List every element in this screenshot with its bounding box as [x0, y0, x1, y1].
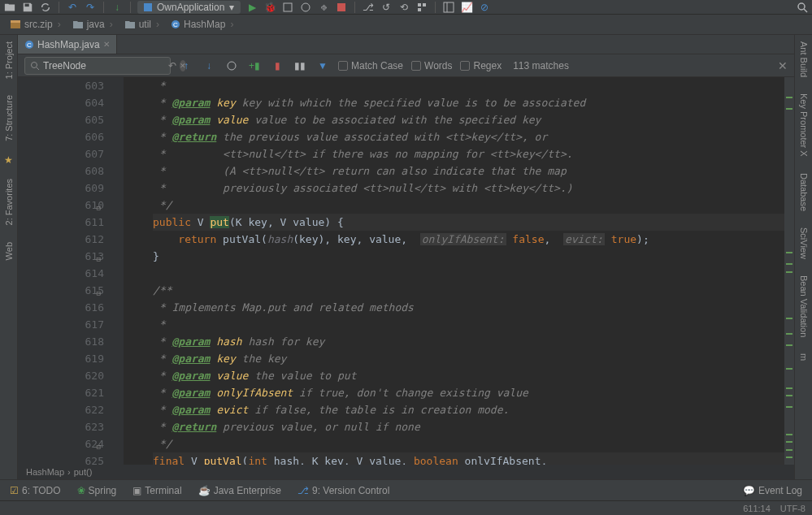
error-stripe-mark[interactable] — [786, 318, 792, 319]
layout-icon[interactable] — [442, 1, 455, 14]
code-line-603[interactable]: * — [153, 77, 784, 94]
right-rail-m[interactable]: m — [797, 350, 810, 364]
gutter-line[interactable]: 613⊟ — [18, 248, 104, 265]
code-line-610[interactable]: */ — [153, 197, 784, 214]
gutter-line[interactable]: 623 — [18, 418, 104, 435]
add-selection-icon[interactable]: +▮ — [247, 58, 262, 73]
code-line-604[interactable]: * @param key key with which the specifie… — [153, 94, 784, 111]
error-stripe-mark[interactable] — [786, 449, 792, 451]
search-everywhere-icon[interactable] — [796, 1, 809, 14]
vcs-revert-icon[interactable]: ⟲ — [397, 1, 410, 14]
crumb-src-zip[interactable]: src.zip› — [5, 17, 66, 32]
gutter-line[interactable]: 618 — [18, 333, 104, 350]
select-all-occurrences-icon[interactable]: ▮▮ — [293, 58, 307, 73]
left-rail-2-favorites[interactable]: 2: Favorites — [2, 175, 15, 228]
crumb-java[interactable]: java› — [67, 17, 118, 32]
terminal-tool[interactable]: ▣Terminal — [129, 483, 185, 498]
save-icon[interactable] — [21, 1, 34, 14]
gutter-line[interactable]: 625 — [18, 452, 104, 465]
right-rail-key-promoter-x[interactable]: Key Promoter X — [797, 90, 810, 160]
crumb-util[interactable]: util› — [119, 17, 164, 32]
coverage-icon[interactable] — [281, 1, 294, 14]
spring-tool[interactable]: ❀Spring — [74, 483, 120, 498]
error-stripe-mark[interactable] — [786, 387, 792, 389]
search-input[interactable] — [43, 60, 165, 71]
error-stripe-mark[interactable] — [786, 252, 792, 253]
bc-method[interactable]: put() — [74, 467, 93, 477]
gutter-line[interactable]: 617 — [18, 316, 104, 333]
sync-icon[interactable] — [39, 1, 52, 14]
code-line-611[interactable]: public V put(K key, V value) { — [153, 214, 784, 231]
tab-hashmap[interactable]: C HashMap.java ✕ — [18, 35, 117, 54]
words-checkbox[interactable]: Words — [411, 60, 452, 71]
gutter-line[interactable]: 624⊟ — [18, 435, 104, 452]
code-line-612[interactable]: return putVal(hash(key), key, value, onl… — [153, 231, 784, 248]
code-line-618[interactable]: * @param hash hash for key — [153, 333, 784, 350]
gutter-line[interactable]: 622 — [18, 401, 104, 418]
code-line-617[interactable]: * — [153, 316, 784, 333]
code-line-614[interactable] — [153, 265, 784, 282]
gutter-line[interactable]: 620 — [18, 367, 104, 384]
stop-icon[interactable] — [335, 1, 348, 14]
gutter-line[interactable]: 603 — [18, 77, 104, 94]
code-line-620[interactable]: * @param value the value to put — [153, 367, 784, 384]
error-stripe-mark[interactable] — [786, 441, 792, 443]
attach-icon[interactable]: ⎆ — [317, 1, 330, 14]
vcs-tool[interactable]: ⎇9: Version Control — [294, 483, 393, 498]
left-rail-web[interactable]: Web — [2, 239, 15, 263]
gutter-line[interactable]: 614 — [18, 265, 104, 282]
undo-icon[interactable]: ↶ — [66, 1, 79, 14]
gutter-line[interactable]: 621 — [18, 384, 104, 401]
encoding[interactable]: UTF-8 — [780, 504, 805, 513]
code-line-615[interactable]: /** — [153, 282, 784, 299]
power-save-icon[interactable]: ⊘ — [478, 1, 491, 14]
crumb-hashmap[interactable]: CHashMap› — [166, 17, 238, 32]
gutter-line[interactable]: 607 — [18, 145, 104, 162]
gutter-line[interactable]: 610⊟💡 — [18, 197, 104, 214]
error-stripe-mark[interactable] — [786, 457, 792, 458]
code-line-621[interactable]: * @param onlyIfAbsent if true, don't cha… — [153, 384, 784, 401]
gutter-line[interactable]: 616 — [18, 299, 104, 316]
code-line-622[interactable]: * @param evict if false, the table is in… — [153, 401, 784, 418]
code-line-625[interactable]: final V putVal(int hash, K key, V value,… — [153, 452, 784, 465]
prev-match-icon[interactable]: ↑ — [179, 58, 193, 73]
left-rail-1-project[interactable]: 1: Project — [2, 38, 15, 82]
bc-class[interactable]: HashMap — [26, 467, 64, 477]
structure-icon[interactable] — [415, 1, 428, 14]
debug-icon[interactable]: 🐞 — [263, 1, 276, 14]
vcs-history-icon[interactable]: ↺ — [380, 1, 393, 14]
code-area[interactable]: * * @param key key with which the specif… — [124, 77, 784, 465]
right-rail-bean-validation[interactable]: Bean Validation — [797, 272, 810, 340]
gutter-line[interactable]: 619 — [18, 350, 104, 367]
left-rail-7-structure[interactable]: 7: Structure — [2, 92, 15, 145]
code-line-608[interactable]: * (A <tt>null</tt> return can also indic… — [153, 162, 784, 180]
right-rail-ant-build[interactable]: Ant Build — [797, 38, 810, 80]
code-line-616[interactable]: * Implements Map.put and related methods — [153, 299, 784, 316]
code-line-623[interactable]: * @return previous value, or null if non… — [153, 418, 784, 435]
gutter-line[interactable]: 605 — [18, 111, 104, 128]
vcs-update-icon[interactable]: ↓ — [111, 1, 124, 14]
gutter-line[interactable]: 612 — [18, 231, 104, 248]
remove-selection-icon[interactable]: ▮ — [270, 58, 284, 73]
code-line-619[interactable]: * @param key the key — [153, 350, 784, 367]
run-configuration-selector[interactable]: OwnApplication ▾ — [137, 1, 241, 14]
gutter-line[interactable]: 604 — [18, 94, 104, 111]
error-stripe-mark[interactable] — [786, 263, 792, 265]
code-line-613[interactable]: } — [153, 248, 784, 265]
java-ee-tool[interactable]: ☕Java Enterprise — [195, 483, 284, 498]
profile-icon[interactable] — [299, 1, 312, 14]
code-line-605[interactable]: * @param value value to be associated wi… — [153, 111, 784, 128]
right-rail-sciview[interactable]: SciView — [797, 224, 810, 262]
regex-checkbox[interactable]: Regex — [460, 60, 502, 71]
error-stripe[interactable] — [784, 77, 794, 465]
next-match-icon[interactable]: ↓ — [202, 58, 216, 73]
gutter-line[interactable]: 609 — [18, 180, 104, 197]
filter-icon[interactable]: ▼ — [315, 58, 330, 73]
code-line-606[interactable]: * @return the previous value associated … — [153, 128, 784, 145]
code-line-607[interactable]: * <tt>null</tt> if there was no mapping … — [153, 145, 784, 162]
run-icon[interactable]: ▶ — [245, 1, 258, 14]
close-search-icon[interactable]: ✕ — [778, 59, 788, 72]
close-icon[interactable]: ✕ — [103, 40, 110, 49]
history-icon[interactable]: ↶ — [168, 58, 176, 73]
error-stripe-mark[interactable] — [786, 271, 792, 273]
